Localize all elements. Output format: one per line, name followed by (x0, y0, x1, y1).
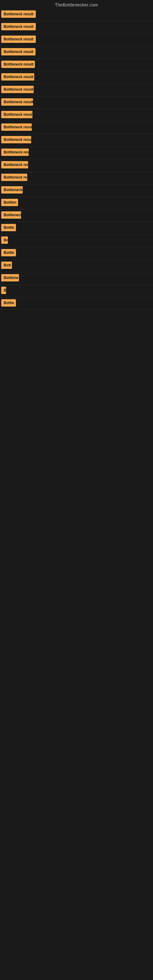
bottleneck-badge-23[interactable]: B (1, 286, 6, 294)
bottleneck-badge-12[interactable]: Bottleneck resu (1, 148, 29, 156)
bottleneck-badge-18[interactable]: Bottle (1, 224, 16, 231)
result-row-6: Bottleneck result (0, 72, 153, 84)
bottleneck-badge-2[interactable]: Bottleneck result (1, 23, 36, 30)
result-row-24: Bottle (0, 298, 153, 310)
result-row-10: Bottleneck result (0, 122, 153, 134)
result-row-3: Bottleneck result (0, 34, 153, 46)
result-row-12: Bottleneck resu (0, 147, 153, 159)
bottleneck-badge-21[interactable]: Bott (1, 261, 12, 269)
bottleneck-badge-9[interactable]: Bottleneck result (1, 111, 32, 118)
bottleneck-badge-15[interactable]: Bottleneck r (1, 186, 22, 194)
bottleneck-badge-13[interactable]: Bottleneck result (1, 161, 28, 169)
result-row-17: Bottleneck (0, 210, 153, 222)
result-row-7: Bottleneck result (0, 84, 153, 97)
result-row-14: Bottleneck resul (0, 172, 153, 185)
bottleneck-badge-16[interactable]: Bottlen (1, 199, 18, 206)
bottleneck-badge-20[interactable]: Bottle (1, 249, 16, 256)
bottleneck-badge-6[interactable]: Bottleneck result (1, 73, 34, 81)
result-row-23: B (0, 285, 153, 298)
result-row-15: Bottleneck r (0, 185, 153, 197)
bottleneck-badge-11[interactable]: Bottleneck result (1, 136, 31, 143)
site-title: TheBottlenecker.com (0, 0, 153, 9)
result-row-11: Bottleneck result (0, 134, 153, 147)
bottleneck-badge-14[interactable]: Bottleneck resul (1, 173, 27, 181)
bottleneck-badge-3[interactable]: Bottleneck result (1, 35, 36, 43)
result-row-16: Bottlen (0, 197, 153, 210)
bottleneck-badge-8[interactable]: Bottleneck result (1, 98, 33, 106)
bottleneck-badge-1[interactable]: Bottleneck result (1, 10, 36, 18)
bottleneck-badge-5[interactable]: Bottleneck result (1, 60, 35, 68)
bottleneck-badge-19[interactable]: Bo (1, 236, 8, 244)
bottleneck-badge-17[interactable]: Bottleneck (1, 211, 21, 219)
bottleneck-badge-10[interactable]: Bottleneck result (1, 123, 32, 131)
result-row-8: Bottleneck result (0, 97, 153, 109)
bottleneck-badge-24[interactable]: Bottle (1, 299, 16, 307)
result-row-13: Bottleneck result (0, 159, 153, 172)
result-row-21: Bott (0, 260, 153, 272)
bottleneck-badge-4[interactable]: Bottleneck result (1, 48, 35, 56)
result-row-2: Bottleneck result (0, 21, 153, 34)
page-wrapper: TheBottlenecker.com Bottleneck resultBot… (0, 0, 153, 980)
result-row-4: Bottleneck result (0, 46, 153, 59)
bottleneck-badge-7[interactable]: Bottleneck result (1, 86, 33, 93)
result-row-22: Bottlene (0, 272, 153, 285)
results-container: Bottleneck resultBottleneck resultBottle… (0, 9, 153, 616)
bottleneck-badge-22[interactable]: Bottlene (1, 274, 19, 282)
result-row-1: Bottleneck result (0, 9, 153, 21)
result-row-9: Bottleneck result (0, 109, 153, 122)
result-row-5: Bottleneck result (0, 59, 153, 72)
result-row-19: Bo (0, 235, 153, 247)
result-row-18: Bottle (0, 222, 153, 235)
result-row-20: Bottle (0, 247, 153, 260)
